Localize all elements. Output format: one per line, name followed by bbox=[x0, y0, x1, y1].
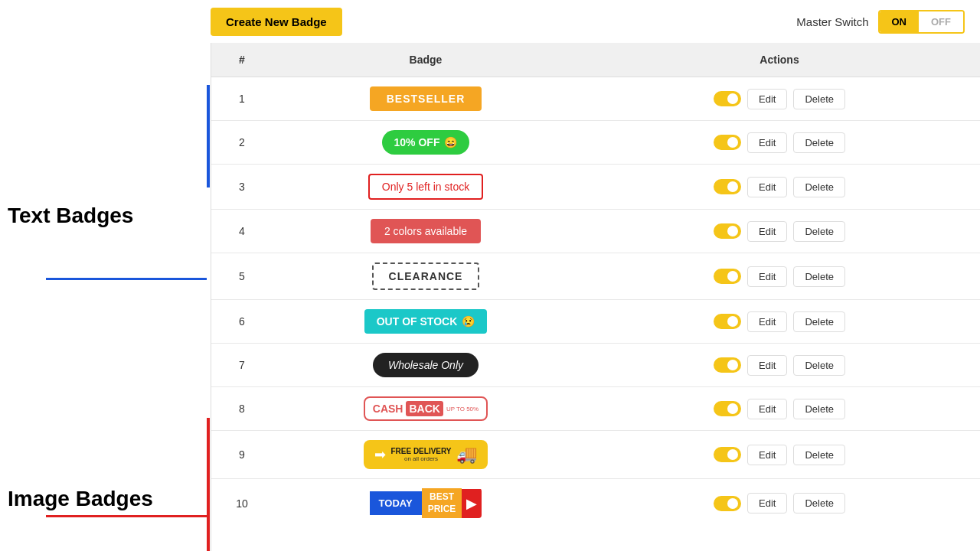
edit-button[interactable]: Edit bbox=[747, 493, 787, 514]
toggle-off-button[interactable]: OFF bbox=[919, 11, 963, 32]
bestprice-arrow-icon: ▶ bbox=[462, 489, 482, 518]
table-row: 1 BESTSELLER Edit Delete bbox=[211, 77, 980, 121]
delete-button[interactable]: Delete bbox=[793, 177, 845, 197]
row-number: 7 bbox=[211, 344, 273, 387]
master-switch-label: Master Switch bbox=[796, 15, 868, 28]
badge-cell: CLEARANCE bbox=[273, 253, 579, 300]
edit-button[interactable]: Edit bbox=[747, 445, 787, 465]
row-number: 9 bbox=[211, 431, 273, 479]
delete-button[interactable]: Delete bbox=[793, 493, 845, 514]
freedelivery-text: FREE DELIVERY on all orders bbox=[390, 447, 451, 462]
row-number: 1 bbox=[211, 77, 273, 121]
master-toggle-group: ON OFF bbox=[878, 10, 965, 34]
row-toggle[interactable] bbox=[714, 401, 741, 416]
actions-cell: Edit Delete bbox=[579, 344, 980, 387]
row-toggle[interactable] bbox=[714, 357, 741, 373]
freedelivery-sub: on all orders bbox=[404, 455, 438, 462]
actions-cell: Edit Delete bbox=[579, 253, 980, 300]
row-actions: Edit Delete bbox=[586, 132, 972, 153]
cashback-cash-text: CASH bbox=[373, 403, 403, 415]
page-wrapper: Create New Badge Master Switch ON OFF Te… bbox=[0, 0, 980, 551]
badge-cashback: CASH BACK UP TO 50% bbox=[364, 396, 488, 421]
bestprice-price: PRICE bbox=[428, 504, 456, 514]
cashback-sub-wrapper: UP TO 50% bbox=[446, 406, 479, 412]
edit-button[interactable]: Edit bbox=[747, 177, 787, 197]
table-row: 7 Wholesale Only Edit Delete bbox=[211, 344, 980, 387]
edit-button[interactable]: Edit bbox=[747, 311, 787, 332]
edit-button[interactable]: Edit bbox=[747, 399, 787, 419]
main-content: Text Badges Image Badges # Badge Actions bbox=[0, 43, 980, 551]
actions-cell: Edit Delete bbox=[579, 165, 980, 210]
row-number: 6 bbox=[211, 300, 273, 344]
badge-cell: Wholesale Only bbox=[273, 344, 579, 387]
row-number: 3 bbox=[211, 165, 273, 210]
actions-cell: Edit Delete bbox=[579, 77, 980, 121]
badge-cell: Only 5 left in stock bbox=[273, 165, 579, 210]
row-actions: Edit Delete bbox=[586, 355, 972, 376]
row-actions: Edit Delete bbox=[586, 266, 972, 287]
red-horizontal-line bbox=[46, 515, 207, 517]
delete-button[interactable]: Delete bbox=[793, 221, 845, 242]
text-badges-label: Text Badges bbox=[8, 204, 133, 228]
row-toggle[interactable] bbox=[714, 135, 741, 150]
blue-vertical-line bbox=[207, 85, 210, 187]
row-toggle[interactable] bbox=[714, 223, 741, 239]
row-number: 5 bbox=[211, 253, 273, 300]
delete-button[interactable]: Delete bbox=[793, 355, 845, 376]
delete-button[interactable]: Delete bbox=[793, 266, 845, 287]
table-header-row: # Badge Actions bbox=[211, 43, 980, 77]
red-vertical-line bbox=[207, 418, 210, 551]
delete-button[interactable]: Delete bbox=[793, 445, 845, 465]
edit-button[interactable]: Edit bbox=[747, 132, 787, 153]
row-actions: Edit Delete bbox=[586, 399, 972, 419]
badge-clearance: CLEARANCE bbox=[372, 262, 480, 290]
badge-10off: 10% OFF 😄 bbox=[382, 130, 470, 155]
badge-cell: CASH BACK UP TO 50% bbox=[273, 387, 579, 431]
row-toggle[interactable] bbox=[714, 314, 741, 329]
delete-button[interactable]: Delete bbox=[793, 399, 845, 419]
row-toggle[interactable] bbox=[714, 447, 741, 462]
toggle-on-button[interactable]: ON bbox=[880, 11, 920, 32]
row-number: 2 bbox=[211, 121, 273, 165]
actions-cell: Edit Delete bbox=[579, 387, 980, 431]
table-row: 10 TODAY BEST PRICE ▶ bbox=[211, 479, 980, 528]
top-bar: Create New Badge Master Switch ON OFF bbox=[0, 0, 980, 43]
row-toggle[interactable] bbox=[714, 179, 741, 194]
actions-cell: Edit Delete bbox=[579, 210, 980, 253]
table-row: 8 CASH BACK UP TO 50% bbox=[211, 387, 980, 431]
bestprice-today: TODAY bbox=[370, 491, 422, 515]
image-badges-label: Image Badges bbox=[8, 487, 153, 511]
badge-cell: ➡ FREE DELIVERY on all orders 🚚 bbox=[273, 431, 579, 479]
edit-button[interactable]: Edit bbox=[747, 355, 787, 376]
badge-10off-text: 10% OFF bbox=[394, 136, 440, 148]
delete-button[interactable]: Delete bbox=[793, 89, 845, 109]
actions-cell: Edit Delete bbox=[579, 121, 980, 165]
badge-colors: 2 colors available bbox=[371, 219, 481, 243]
table-row: 2 10% OFF 😄 Edit Delete bbox=[211, 121, 980, 165]
row-toggle[interactable] bbox=[714, 269, 741, 284]
badge-wholesale: Wholesale Only bbox=[373, 353, 479, 377]
table-area: # Badge Actions 1 BESTSELLER bbox=[211, 43, 980, 551]
delete-button[interactable]: Delete bbox=[793, 132, 845, 153]
arrow-icon: ➡ bbox=[374, 446, 386, 463]
edit-button[interactable]: Edit bbox=[747, 266, 787, 287]
create-badge-button[interactable]: Create New Badge bbox=[211, 8, 342, 36]
table-row: 6 OUT OF STOCK 😢 Edit Delete bbox=[211, 300, 980, 344]
row-toggle[interactable] bbox=[714, 91, 741, 106]
edit-button[interactable]: Edit bbox=[747, 221, 787, 242]
freedelivery-label: FREE DELIVERY bbox=[390, 447, 451, 455]
table-row: 9 ➡ FREE DELIVERY on all orders 🚚 bbox=[211, 431, 980, 479]
master-switch-area: Master Switch ON OFF bbox=[796, 10, 965, 34]
bestprice-best: BEST bbox=[430, 491, 454, 502]
table-row: 3 Only 5 left in stock Edit Delete bbox=[211, 165, 980, 210]
badge-cell: TODAY BEST PRICE ▶ bbox=[273, 479, 579, 528]
col-number: # bbox=[211, 43, 273, 77]
row-number: 4 bbox=[211, 210, 273, 253]
badge-bestprice: TODAY BEST PRICE ▶ bbox=[370, 488, 482, 518]
delete-button[interactable]: Delete bbox=[793, 311, 845, 332]
row-toggle[interactable] bbox=[714, 496, 741, 511]
badge-outofstock: OUT OF STOCK 😢 bbox=[364, 309, 488, 334]
truck-icon: 🚚 bbox=[456, 445, 477, 465]
edit-button[interactable]: Edit bbox=[747, 89, 787, 109]
row-actions: Edit Delete bbox=[586, 445, 972, 465]
